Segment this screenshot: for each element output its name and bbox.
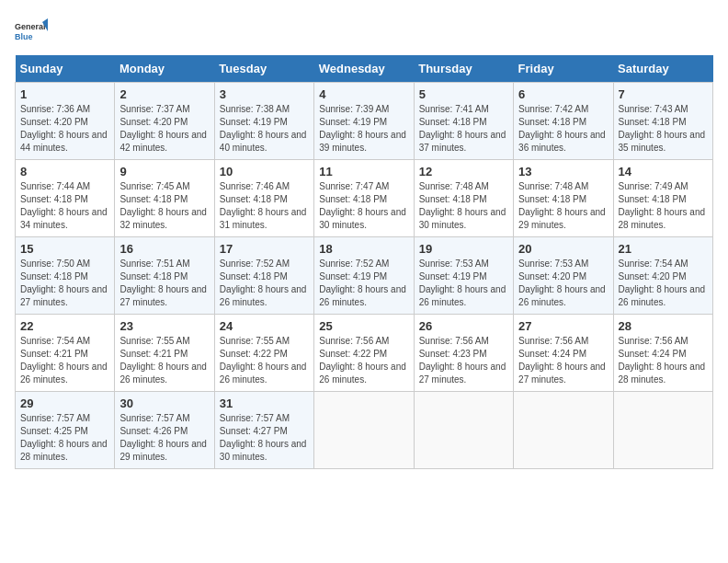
calendar-cell	[314, 392, 414, 469]
day-number: 10	[220, 165, 309, 178]
day-info: Sunrise: 7:52 AMSunset: 4:19 PMDaylight:…	[319, 259, 406, 307]
day-info: Sunrise: 7:49 AMSunset: 4:18 PMDaylight:…	[619, 181, 706, 230]
day-number: 17	[220, 242, 309, 256]
day-number: 14	[619, 165, 708, 178]
calendar-day-header: Tuesday	[214, 55, 313, 83]
day-number: 4	[319, 87, 408, 101]
day-info: Sunrise: 7:36 AMSunset: 4:20 PMDaylight:…	[20, 104, 108, 153]
day-info: Sunrise: 7:42 AMSunset: 4:18 PMDaylight:…	[518, 104, 606, 153]
calendar-cell: 25 Sunrise: 7:56 AMSunset: 4:22 PMDaylig…	[314, 315, 414, 392]
calendar-day-header: Friday	[514, 55, 613, 83]
calendar-day-header: Wednesday	[314, 55, 414, 83]
day-number: 9	[119, 165, 209, 178]
day-number: 20	[518, 242, 608, 256]
day-info: Sunrise: 7:38 AMSunset: 4:19 PMDaylight:…	[220, 104, 307, 153]
calendar-table: SundayMondayTuesdayWednesdayThursdayFrid…	[15, 55, 713, 469]
calendar-week-row: 8 Sunrise: 7:44 AMSunset: 4:18 PMDayligh…	[16, 160, 713, 237]
logo-icon: General Blue	[15, 15, 48, 48]
calendar-day-header: Saturday	[613, 55, 712, 83]
day-info: Sunrise: 7:51 AMSunset: 4:18 PMDaylight:…	[119, 259, 207, 307]
day-number: 3	[220, 87, 309, 101]
calendar-cell: 30 Sunrise: 7:57 AMSunset: 4:26 PMDaylig…	[115, 392, 214, 469]
day-info: Sunrise: 7:57 AMSunset: 4:27 PMDaylight:…	[220, 413, 307, 462]
calendar-day-header: Sunday	[16, 55, 115, 83]
calendar-cell: 18 Sunrise: 7:52 AMSunset: 4:19 PMDaylig…	[314, 237, 414, 315]
day-info: Sunrise: 7:55 AMSunset: 4:22 PMDaylight:…	[220, 336, 307, 385]
calendar-cell: 13 Sunrise: 7:48 AMSunset: 4:18 PMDaylig…	[514, 160, 613, 237]
calendar-cell: 28 Sunrise: 7:56 AMSunset: 4:24 PMDaylig…	[613, 315, 712, 392]
day-info: Sunrise: 7:56 AMSunset: 4:22 PMDaylight:…	[319, 336, 406, 385]
calendar-cell: 22 Sunrise: 7:54 AMSunset: 4:21 PMDaylig…	[16, 315, 115, 392]
calendar-cell: 14 Sunrise: 7:49 AMSunset: 4:18 PMDaylig…	[613, 160, 712, 237]
calendar-cell: 16 Sunrise: 7:51 AMSunset: 4:18 PMDaylig…	[115, 237, 214, 315]
day-info: Sunrise: 7:45 AMSunset: 4:18 PMDaylight:…	[119, 181, 207, 230]
calendar-cell: 12 Sunrise: 7:48 AMSunset: 4:18 PMDaylig…	[414, 160, 513, 237]
day-number: 8	[20, 165, 109, 178]
calendar-cell: 2 Sunrise: 7:37 AMSunset: 4:20 PMDayligh…	[115, 83, 214, 160]
calendar-week-row: 15 Sunrise: 7:50 AMSunset: 4:18 PMDaylig…	[16, 237, 713, 315]
day-number: 11	[319, 165, 408, 178]
day-info: Sunrise: 7:44 AMSunset: 4:18 PMDaylight:…	[20, 181, 108, 230]
day-number: 15	[20, 242, 109, 256]
page-header: General Blue	[15, 15, 713, 48]
calendar-cell	[613, 392, 712, 469]
day-info: Sunrise: 7:48 AMSunset: 4:18 PMDaylight:…	[518, 181, 606, 230]
calendar-cell: 23 Sunrise: 7:55 AMSunset: 4:21 PMDaylig…	[115, 315, 214, 392]
calendar-week-row: 1 Sunrise: 7:36 AMSunset: 4:20 PMDayligh…	[16, 83, 713, 160]
day-info: Sunrise: 7:57 AMSunset: 4:25 PMDaylight:…	[20, 413, 108, 462]
calendar-cell: 17 Sunrise: 7:52 AMSunset: 4:18 PMDaylig…	[214, 237, 313, 315]
calendar-cell: 31 Sunrise: 7:57 AMSunset: 4:27 PMDaylig…	[214, 392, 313, 469]
day-info: Sunrise: 7:37 AMSunset: 4:20 PMDaylight:…	[119, 104, 207, 153]
day-number: 21	[619, 242, 708, 256]
day-number: 13	[518, 165, 608, 178]
day-info: Sunrise: 7:48 AMSunset: 4:18 PMDaylight:…	[419, 181, 506, 230]
calendar-cell	[414, 392, 513, 469]
calendar-cell: 3 Sunrise: 7:38 AMSunset: 4:19 PMDayligh…	[214, 83, 313, 160]
calendar-cell: 29 Sunrise: 7:57 AMSunset: 4:25 PMDaylig…	[16, 392, 115, 469]
calendar-cell: 27 Sunrise: 7:56 AMSunset: 4:24 PMDaylig…	[514, 315, 613, 392]
day-number: 19	[419, 242, 508, 256]
day-number: 25	[319, 319, 408, 333]
calendar-day-header: Thursday	[414, 55, 513, 83]
calendar-cell	[514, 392, 613, 469]
day-info: Sunrise: 7:56 AMSunset: 4:23 PMDaylight:…	[419, 336, 506, 385]
calendar-cell: 9 Sunrise: 7:45 AMSunset: 4:18 PMDayligh…	[115, 160, 214, 237]
calendar-cell: 7 Sunrise: 7:43 AMSunset: 4:18 PMDayligh…	[613, 83, 712, 160]
calendar-cell: 10 Sunrise: 7:46 AMSunset: 4:18 PMDaylig…	[214, 160, 313, 237]
day-info: Sunrise: 7:57 AMSunset: 4:26 PMDaylight:…	[119, 413, 207, 462]
day-info: Sunrise: 7:56 AMSunset: 4:24 PMDaylight:…	[518, 336, 606, 385]
calendar-week-row: 29 Sunrise: 7:57 AMSunset: 4:25 PMDaylig…	[16, 392, 713, 469]
day-number: 16	[119, 242, 209, 256]
day-number: 6	[518, 87, 608, 101]
day-number: 1	[20, 87, 109, 101]
calendar-cell: 24 Sunrise: 7:55 AMSunset: 4:22 PMDaylig…	[214, 315, 313, 392]
day-number: 24	[220, 319, 309, 333]
day-number: 28	[619, 319, 708, 333]
svg-text:General: General	[15, 22, 46, 31]
day-info: Sunrise: 7:41 AMSunset: 4:18 PMDaylight:…	[419, 104, 506, 153]
day-info: Sunrise: 7:56 AMSunset: 4:24 PMDaylight:…	[619, 336, 706, 385]
day-info: Sunrise: 7:53 AMSunset: 4:19 PMDaylight:…	[419, 259, 506, 307]
day-info: Sunrise: 7:39 AMSunset: 4:19 PMDaylight:…	[319, 104, 406, 153]
calendar-cell: 11 Sunrise: 7:47 AMSunset: 4:18 PMDaylig…	[314, 160, 414, 237]
day-number: 29	[20, 396, 109, 410]
day-number: 22	[20, 319, 109, 333]
day-number: 18	[319, 242, 408, 256]
day-info: Sunrise: 7:43 AMSunset: 4:18 PMDaylight:…	[619, 104, 706, 153]
day-info: Sunrise: 7:55 AMSunset: 4:21 PMDaylight:…	[119, 336, 207, 385]
day-number: 23	[119, 319, 209, 333]
calendar-header-row: SundayMondayTuesdayWednesdayThursdayFrid…	[16, 55, 713, 83]
calendar-cell: 4 Sunrise: 7:39 AMSunset: 4:19 PMDayligh…	[314, 83, 414, 160]
calendar-cell: 26 Sunrise: 7:56 AMSunset: 4:23 PMDaylig…	[414, 315, 513, 392]
day-info: Sunrise: 7:53 AMSunset: 4:20 PMDaylight:…	[518, 259, 606, 307]
day-info: Sunrise: 7:50 AMSunset: 4:18 PMDaylight:…	[20, 259, 108, 307]
calendar-cell: 5 Sunrise: 7:41 AMSunset: 4:18 PMDayligh…	[414, 83, 513, 160]
day-info: Sunrise: 7:54 AMSunset: 4:21 PMDaylight:…	[20, 336, 108, 385]
day-number: 26	[419, 319, 508, 333]
day-info: Sunrise: 7:46 AMSunset: 4:18 PMDaylight:…	[220, 181, 307, 230]
day-info: Sunrise: 7:47 AMSunset: 4:18 PMDaylight:…	[319, 181, 406, 230]
day-number: 5	[419, 87, 508, 101]
day-number: 2	[119, 87, 209, 101]
calendar-day-header: Monday	[115, 55, 214, 83]
calendar-cell: 20 Sunrise: 7:53 AMSunset: 4:20 PMDaylig…	[514, 237, 613, 315]
